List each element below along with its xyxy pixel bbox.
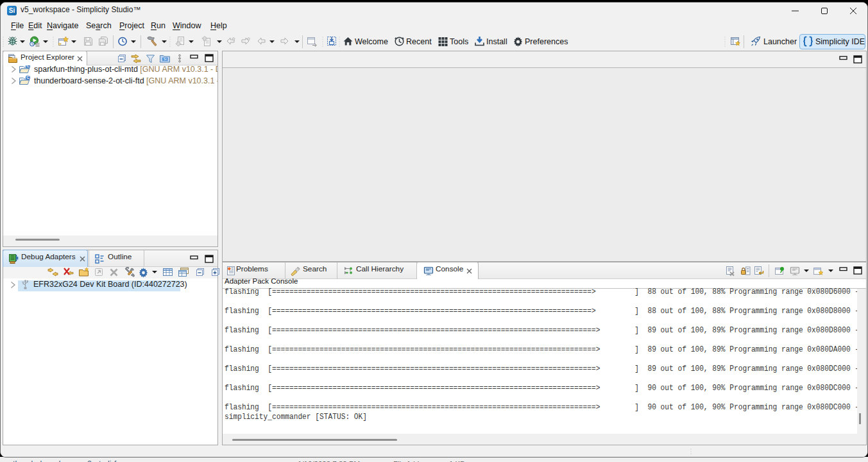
svg-text:C: C — [26, 75, 30, 80]
svg-text:C: C — [26, 65, 30, 68]
svg-text:Si: Si — [164, 57, 167, 61]
